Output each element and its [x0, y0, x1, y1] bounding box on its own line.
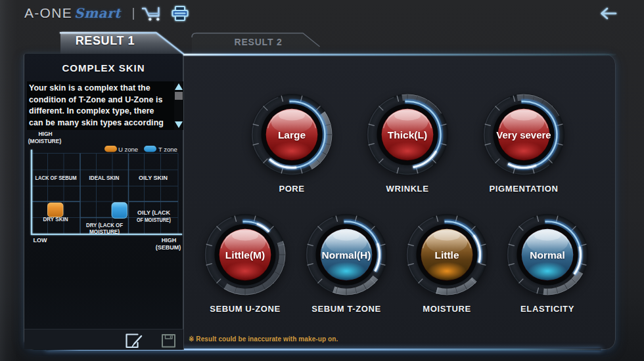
legend-t-zone-label: T zone: [158, 146, 177, 153]
gauge-label: PIGMENTATION: [490, 184, 559, 194]
gauge-elasticity[interactable]: NormalELASTICITY: [507, 214, 588, 295]
description-line: condition of T-Zone and U-Zone is: [29, 95, 172, 106]
tab-result-2[interactable]: RESULT 2: [199, 37, 317, 47]
gauge-wrinkle[interactable]: Thick(L)WRINKLE: [367, 94, 448, 175]
gauge-value: Normal: [530, 249, 564, 261]
gauge-pore[interactable]: LargePORE: [251, 94, 333, 175]
marker-t-zone: [112, 203, 127, 219]
cell-oily-lack: OILY (LACK: [137, 209, 171, 216]
brand-divider: [133, 8, 134, 20]
gauge-value: Very severe: [496, 129, 551, 140]
gauge-sebum-t-zone[interactable]: Normal(H)SEBUM T-ZONE: [306, 214, 387, 295]
scrollbar-thumb[interactable]: [175, 92, 183, 100]
gauge-dial: Normal: [507, 214, 588, 295]
legend-u-zone-label: U zone: [118, 146, 138, 153]
gauge-value: Large: [278, 129, 306, 140]
gauge-value: Normal(H): [322, 249, 371, 261]
gauge-dial: Little(M): [204, 214, 286, 295]
gauge-label: SEBUM T-ZONE: [311, 304, 380, 314]
back-arrow-glyph: [595, 5, 620, 22]
edit-document-glyph: [124, 332, 143, 349]
x-axis-high-label: HIGH: [162, 237, 177, 244]
scroll-up-icon[interactable]: [175, 83, 183, 90]
gauge-moisture[interactable]: LittleMOISTURE: [406, 214, 488, 295]
legend-t-zone-swatch: [144, 146, 156, 152]
gauge-value: Little(M): [225, 249, 265, 261]
topbar: A-ONE Smart: [0, 0, 644, 30]
brand-logo: A-ONE Smart: [24, 5, 121, 22]
sidebar: COMPLEX SKIN Your skin is a complex that…: [24, 54, 184, 350]
cell-lack-of-sebum: LACK OF SEBUM: [35, 175, 77, 181]
brand-script-text: Smart: [74, 5, 121, 21]
x-axis-high-label: (SEBUM): [156, 244, 181, 251]
cell-oily-skin: OILY SKIN: [139, 175, 168, 181]
gauge-dial: Thick(L): [367, 94, 448, 175]
sidebar-bottombar: [24, 329, 183, 349]
save-floppy-glyph: [161, 333, 177, 349]
shopping-cart-glyph: [139, 5, 163, 24]
skin-type-chart: HIGH(MOISTURE)U zoneT zoneLACK OF SEBUMI…: [24, 129, 185, 252]
description-text: Your skin is a complex that the conditio…: [29, 83, 172, 129]
cell-dry-lack: DRY (LACK OF: [86, 222, 124, 228]
gauge-dial: Large: [251, 94, 333, 175]
printer-glyph: [170, 5, 191, 23]
y-axis-high-label: HIGH: [38, 131, 52, 137]
description-scrollbar[interactable]: [174, 81, 183, 130]
gauge-label: ELASTICITY: [520, 304, 574, 314]
back-arrow-icon[interactable]: [595, 5, 620, 25]
cell-dry-lack: MOISTURE): [89, 228, 120, 235]
gauge-label: WRINKLE: [386, 184, 429, 194]
legend-u-zone-swatch: [104, 146, 117, 152]
gauge-value: Little: [434, 249, 459, 261]
scroll-down-icon[interactable]: [175, 121, 183, 128]
gauge-dial: Normal(H): [306, 214, 387, 295]
x-axis-low-label: LOW: [34, 237, 47, 244]
description-line: different. In complex type, there: [29, 106, 172, 117]
skin-type-title: COMPLEX SKIN: [24, 62, 183, 74]
gauge-pigmentation[interactable]: Very severePIGMENTATION: [483, 94, 564, 175]
description-box: Your skin is a complex that the conditio…: [27, 81, 183, 130]
save-icon[interactable]: [161, 333, 177, 351]
gauge-label: MOISTURE: [423, 304, 471, 314]
cell-oily-lack: OF MOISTURE): [137, 217, 171, 223]
gauge-value: Thick(L): [388, 129, 427, 140]
cell-dry-skin: DRY SKIN: [43, 216, 68, 223]
gauge-dial: Little: [406, 214, 488, 295]
footnote: ※ Result could be inaccurate with make-u…: [189, 335, 338, 343]
gauge-label: PORE: [279, 184, 304, 194]
tab-result-1[interactable]: RESULT 1: [57, 34, 154, 48]
gauge-dial: Very severe: [483, 94, 564, 175]
gauge-label: SEBUM U-ZONE: [210, 304, 281, 314]
description-line: Your skin is a complex that the: [29, 83, 172, 95]
gauge-sebum-u-zone[interactable]: Little(M)SEBUM U-ZONE: [204, 214, 286, 295]
brand-text: A-ONE: [24, 5, 72, 21]
cell-ideal-skin: IDEAL SKIN: [89, 175, 120, 181]
printer-icon[interactable]: [170, 5, 191, 26]
marker-u-zone: [48, 203, 64, 217]
y-axis-high-label: (MOISTURE): [28, 138, 62, 144]
edit-document-icon[interactable]: [124, 332, 143, 352]
shopping-cart-icon[interactable]: [139, 5, 163, 26]
description-line: can be many skin types according: [29, 117, 172, 129]
